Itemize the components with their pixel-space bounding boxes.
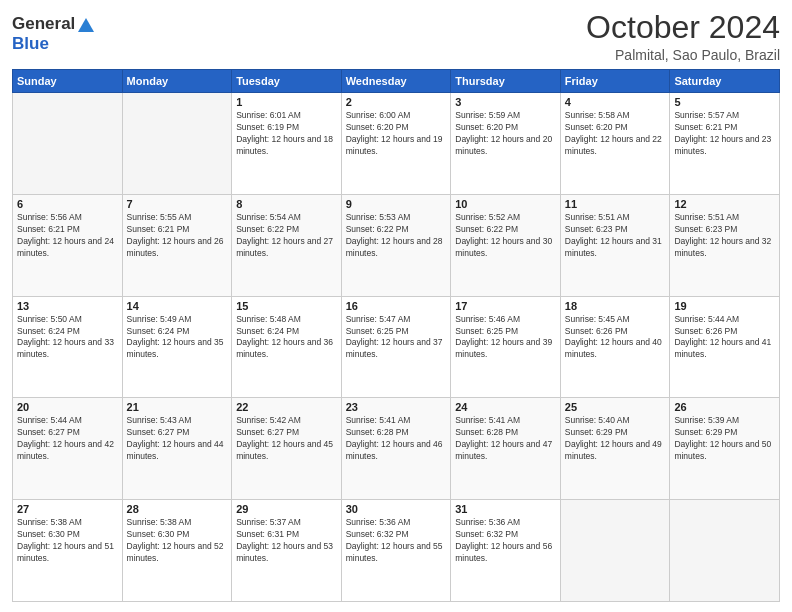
logo-general: General	[12, 14, 75, 33]
daylight-text: Daylight: 12 hours and 53 minutes.	[236, 541, 337, 565]
daylight-text: Daylight: 12 hours and 42 minutes.	[17, 439, 118, 463]
day-info: Sunrise: 5:41 AMSunset: 6:28 PMDaylight:…	[346, 415, 447, 463]
calendar-day-cell: 30Sunrise: 5:36 AMSunset: 6:32 PMDayligh…	[341, 500, 451, 602]
calendar-day-cell: 19Sunrise: 5:44 AMSunset: 6:26 PMDayligh…	[670, 296, 780, 398]
sunrise-text: Sunrise: 6:00 AM	[346, 110, 447, 122]
daylight-text: Daylight: 12 hours and 18 minutes.	[236, 134, 337, 158]
day-number: 10	[455, 198, 556, 210]
sunset-text: Sunset: 6:25 PM	[455, 326, 556, 338]
calendar-week-row: 13Sunrise: 5:50 AMSunset: 6:24 PMDayligh…	[13, 296, 780, 398]
day-info: Sunrise: 5:51 AMSunset: 6:23 PMDaylight:…	[674, 212, 775, 260]
calendar-day-cell: 23Sunrise: 5:41 AMSunset: 6:28 PMDayligh…	[341, 398, 451, 500]
dow-cell: Friday	[560, 70, 670, 93]
calendar-day-cell: 16Sunrise: 5:47 AMSunset: 6:25 PMDayligh…	[341, 296, 451, 398]
sunrise-text: Sunrise: 5:56 AM	[17, 212, 118, 224]
day-info: Sunrise: 5:57 AMSunset: 6:21 PMDaylight:…	[674, 110, 775, 158]
day-info: Sunrise: 5:38 AMSunset: 6:30 PMDaylight:…	[17, 517, 118, 565]
day-number: 18	[565, 300, 666, 312]
sunset-text: Sunset: 6:20 PM	[346, 122, 447, 134]
day-info: Sunrise: 6:00 AMSunset: 6:20 PMDaylight:…	[346, 110, 447, 158]
day-info: Sunrise: 5:37 AMSunset: 6:31 PMDaylight:…	[236, 517, 337, 565]
day-info: Sunrise: 5:51 AMSunset: 6:23 PMDaylight:…	[565, 212, 666, 260]
sunrise-text: Sunrise: 5:50 AM	[17, 314, 118, 326]
day-number: 7	[127, 198, 228, 210]
day-number: 6	[17, 198, 118, 210]
daylight-text: Daylight: 12 hours and 41 minutes.	[674, 337, 775, 361]
sunset-text: Sunset: 6:32 PM	[346, 529, 447, 541]
sunset-text: Sunset: 6:20 PM	[455, 122, 556, 134]
day-info: Sunrise: 5:47 AMSunset: 6:25 PMDaylight:…	[346, 314, 447, 362]
day-number: 2	[346, 96, 447, 108]
calendar-day-cell: 4Sunrise: 5:58 AMSunset: 6:20 PMDaylight…	[560, 93, 670, 195]
sunset-text: Sunset: 6:25 PM	[346, 326, 447, 338]
sunrise-text: Sunrise: 5:57 AM	[674, 110, 775, 122]
calendar-day-cell: 31Sunrise: 5:36 AMSunset: 6:32 PMDayligh…	[451, 500, 561, 602]
daylight-text: Daylight: 12 hours and 26 minutes.	[127, 236, 228, 260]
sunrise-text: Sunrise: 5:53 AM	[346, 212, 447, 224]
calendar-day-cell: 29Sunrise: 5:37 AMSunset: 6:31 PMDayligh…	[232, 500, 342, 602]
sunrise-text: Sunrise: 6:01 AM	[236, 110, 337, 122]
day-number: 28	[127, 503, 228, 515]
calendar-day-cell	[560, 500, 670, 602]
sunrise-text: Sunrise: 5:41 AM	[455, 415, 556, 427]
sunrise-text: Sunrise: 5:48 AM	[236, 314, 337, 326]
month-title: October 2024	[586, 10, 780, 45]
sunrise-text: Sunrise: 5:58 AM	[565, 110, 666, 122]
sunset-text: Sunset: 6:20 PM	[565, 122, 666, 134]
sunset-text: Sunset: 6:23 PM	[565, 224, 666, 236]
sunrise-text: Sunrise: 5:59 AM	[455, 110, 556, 122]
day-number: 27	[17, 503, 118, 515]
day-number: 29	[236, 503, 337, 515]
calendar-day-cell	[122, 93, 232, 195]
day-number: 11	[565, 198, 666, 210]
calendar-week-row: 1Sunrise: 6:01 AMSunset: 6:19 PMDaylight…	[13, 93, 780, 195]
dow-cell: Thursday	[451, 70, 561, 93]
calendar-day-cell: 6Sunrise: 5:56 AMSunset: 6:21 PMDaylight…	[13, 194, 123, 296]
sunset-text: Sunset: 6:21 PM	[127, 224, 228, 236]
calendar-day-cell: 5Sunrise: 5:57 AMSunset: 6:21 PMDaylight…	[670, 93, 780, 195]
day-info: Sunrise: 5:40 AMSunset: 6:29 PMDaylight:…	[565, 415, 666, 463]
calendar-day-cell: 26Sunrise: 5:39 AMSunset: 6:29 PMDayligh…	[670, 398, 780, 500]
sunrise-text: Sunrise: 5:47 AM	[346, 314, 447, 326]
day-info: Sunrise: 5:42 AMSunset: 6:27 PMDaylight:…	[236, 415, 337, 463]
sunrise-text: Sunrise: 5:52 AM	[455, 212, 556, 224]
daylight-text: Daylight: 12 hours and 55 minutes.	[346, 541, 447, 565]
day-number: 26	[674, 401, 775, 413]
day-number: 12	[674, 198, 775, 210]
logo: General Blue	[12, 10, 96, 53]
day-number: 22	[236, 401, 337, 413]
calendar-day-cell	[13, 93, 123, 195]
day-number: 17	[455, 300, 556, 312]
calendar-day-cell: 27Sunrise: 5:38 AMSunset: 6:30 PMDayligh…	[13, 500, 123, 602]
day-number: 1	[236, 96, 337, 108]
calendar-table: SundayMondayTuesdayWednesdayThursdayFrid…	[12, 69, 780, 602]
calendar-day-cell: 2Sunrise: 6:00 AMSunset: 6:20 PMDaylight…	[341, 93, 451, 195]
daylight-text: Daylight: 12 hours and 44 minutes.	[127, 439, 228, 463]
dow-cell: Tuesday	[232, 70, 342, 93]
sunrise-text: Sunrise: 5:44 AM	[674, 314, 775, 326]
logo-blue: Blue	[12, 34, 96, 54]
daylight-text: Daylight: 12 hours and 35 minutes.	[127, 337, 228, 361]
day-number: 25	[565, 401, 666, 413]
dow-cell: Monday	[122, 70, 232, 93]
day-number: 16	[346, 300, 447, 312]
day-info: Sunrise: 5:43 AMSunset: 6:27 PMDaylight:…	[127, 415, 228, 463]
daylight-text: Daylight: 12 hours and 39 minutes.	[455, 337, 556, 361]
sunset-text: Sunset: 6:32 PM	[455, 529, 556, 541]
sunset-text: Sunset: 6:28 PM	[346, 427, 447, 439]
sunset-text: Sunset: 6:24 PM	[127, 326, 228, 338]
daylight-text: Daylight: 12 hours and 30 minutes.	[455, 236, 556, 260]
day-number: 24	[455, 401, 556, 413]
calendar-week-row: 6Sunrise: 5:56 AMSunset: 6:21 PMDaylight…	[13, 194, 780, 296]
sunrise-text: Sunrise: 5:49 AM	[127, 314, 228, 326]
sunset-text: Sunset: 6:21 PM	[17, 224, 118, 236]
day-info: Sunrise: 5:56 AMSunset: 6:21 PMDaylight:…	[17, 212, 118, 260]
day-info: Sunrise: 5:46 AMSunset: 6:25 PMDaylight:…	[455, 314, 556, 362]
calendar-page: General Blue October 2024 Palmital, Sao …	[0, 0, 792, 612]
sunrise-text: Sunrise: 5:51 AM	[565, 212, 666, 224]
day-number: 21	[127, 401, 228, 413]
day-info: Sunrise: 6:01 AMSunset: 6:19 PMDaylight:…	[236, 110, 337, 158]
day-info: Sunrise: 5:36 AMSunset: 6:32 PMDaylight:…	[346, 517, 447, 565]
daylight-text: Daylight: 12 hours and 19 minutes.	[346, 134, 447, 158]
daylight-text: Daylight: 12 hours and 20 minutes.	[455, 134, 556, 158]
